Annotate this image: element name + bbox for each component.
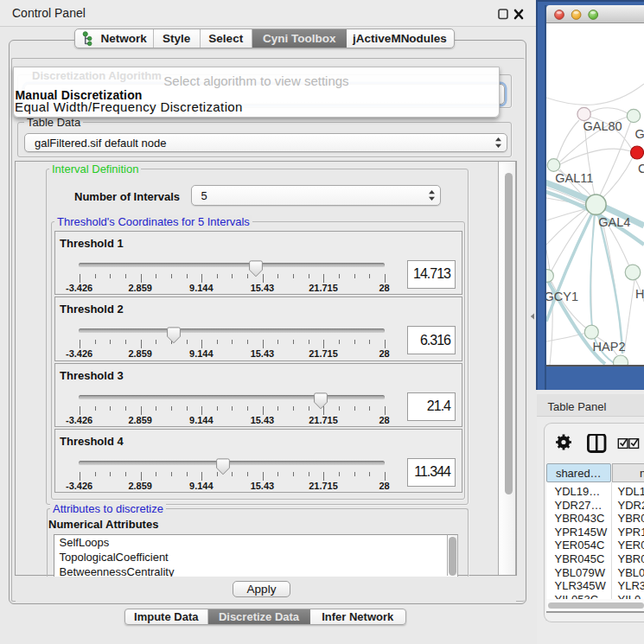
- svg-text:GAL4: GAL4: [598, 215, 630, 229]
- svg-text:HIS4: HIS4: [635, 287, 644, 301]
- svg-text:GAL80: GAL80: [583, 119, 622, 133]
- svg-text:GCY1: GCY1: [546, 290, 578, 303]
- svg-text:GA: GA: [634, 127, 644, 141]
- svg-text:HAP2: HAP2: [593, 340, 626, 354]
- svg-text:CY: CY: [638, 162, 644, 175]
- svg-text:GAL11: GAL11: [555, 171, 593, 185]
